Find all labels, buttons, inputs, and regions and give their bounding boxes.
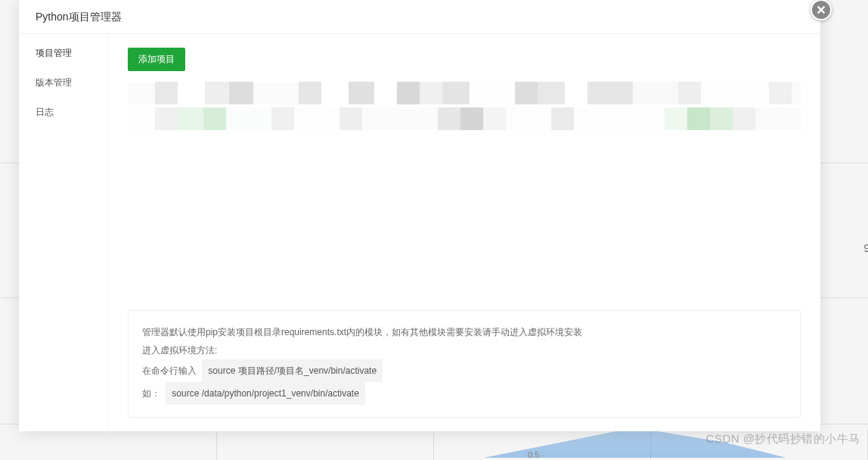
help-code-example: source /data/python/project1_venv/bin/ac…: [166, 382, 365, 405]
help-code-activate: source 项目路径/项目名_venv/bin/activate: [202, 359, 383, 382]
sidebar-item-versions[interactable]: 版本管理: [19, 68, 107, 98]
sidebar-item-logs[interactable]: 日志: [19, 98, 107, 127]
help-panel: 管理器默认使用pip安装项目根目录requirements.txt内的模块，如有…: [128, 310, 801, 418]
main-content: 添加项目: [108, 34, 820, 431]
help-text-command-line: 在命令行输入 source 项目路径/项目名_venv/bin/activate: [142, 359, 786, 382]
modal-body: 项目管理 版本管理 日志 添加项目: [19, 34, 820, 431]
sidebar-item-label: 版本管理: [36, 77, 72, 88]
sidebar-item-label: 项目管理: [36, 48, 72, 58]
help-text-install: 管理器默认使用pip安装项目根目录requirements.txt内的模块，如有…: [142, 323, 786, 341]
modal-title: Python项目管理器: [19, 0, 820, 34]
close-button[interactable]: [811, 0, 832, 20]
sidebar-item-projects[interactable]: 项目管理: [19, 39, 107, 68]
background-ytick-line: [541, 455, 546, 456]
background-stat-value: 98: [863, 242, 868, 254]
watermark-text: CSDN @抄代码抄错的小牛马: [706, 432, 860, 446]
help-text-example-line: 如： source /data/python/project1_venv/bin…: [142, 382, 786, 405]
add-project-button[interactable]: 添加项目: [128, 48, 185, 71]
sidebar-item-label: 日志: [36, 107, 54, 117]
help-text-prefix: 在命令行输入: [142, 365, 197, 376]
background-ytick: 0.5: [528, 450, 539, 459]
help-text-prefix: 如：: [142, 388, 160, 399]
redacted-table-area: [128, 82, 801, 133]
help-text-venv-title: 进入虚拟环境方法:: [142, 341, 786, 359]
sidebar: 项目管理 版本管理 日志: [19, 34, 108, 431]
python-manager-modal: Python项目管理器 项目管理 版本管理 日志 添加项目: [19, 0, 820, 431]
close-icon: [816, 5, 826, 15]
